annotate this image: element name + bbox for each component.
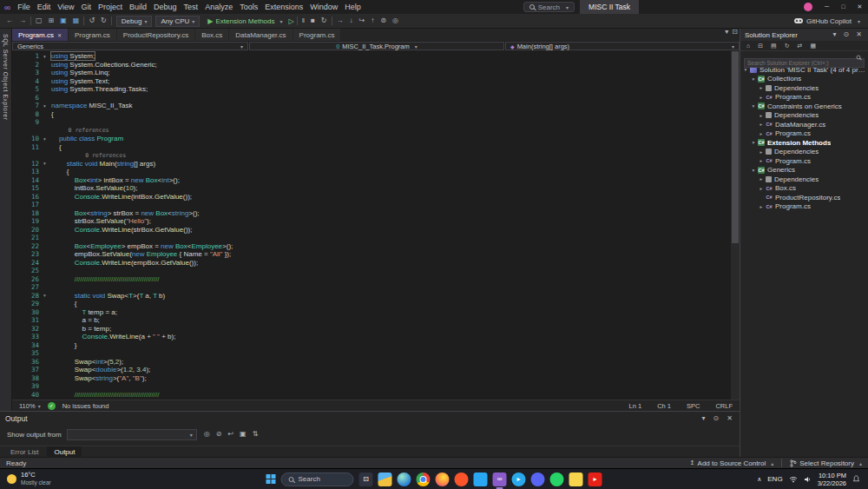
code-line[interactable]: 33 Console.WriteLine(a + " " + b);	[12, 333, 731, 341]
code-line[interactable]: 3using System.Linq;	[12, 69, 731, 77]
type-dropdown[interactable]: {}MISC_II_Task.Program▾	[249, 42, 504, 50]
sticky-notes-icon[interactable]	[569, 472, 583, 486]
vscode-icon[interactable]	[474, 472, 488, 486]
close-panel-icon[interactable]: ✕	[854, 31, 864, 38]
sql-server-object-explorer-tab[interactable]: SQL Server Object Explorer	[0, 29, 12, 411]
taskbar-search[interactable]: Search	[281, 472, 354, 486]
clear-all-icon[interactable]: ⊘	[214, 431, 224, 438]
code-line[interactable]: 35	[12, 349, 731, 358]
find-icon[interactable]: ◎	[202, 431, 212, 438]
file-explorer-icon[interactable]	[378, 472, 392, 486]
line-indicator[interactable]: Ln 1	[629, 402, 642, 410]
tree-item[interactable]: ▾C#Constraints on Generics	[740, 102, 868, 111]
code-line[interactable]: 12▾ static void Main(string[] args)	[12, 160, 731, 169]
show-all-files-icon[interactable]: ▤	[769, 43, 779, 49]
zoom-control[interactable]: 110%▾	[19, 402, 41, 410]
code-line[interactable]: 16 Console.WriteLine(intBox.GetValue());	[12, 193, 731, 202]
menu-debug[interactable]: Debug	[150, 0, 181, 14]
health-check-icon[interactable]: ✓	[48, 402, 56, 410]
code-line[interactable]: 32 b = temp;	[12, 325, 731, 334]
health-label[interactable]: No issues found	[62, 402, 109, 410]
tree-item[interactable]: ▸C#DataManager.cs	[740, 120, 868, 129]
eol-indicator[interactable]: CRLF	[715, 402, 733, 410]
properties-icon[interactable]: ▦	[808, 43, 818, 49]
code-line[interactable]: 13 {	[12, 168, 731, 176]
code-line[interactable]: 19 strBox.SetValue("Hello");	[12, 217, 731, 226]
fold-marker-icon[interactable]: ▾	[43, 161, 51, 166]
home-icon[interactable]: ⌂	[745, 43, 752, 49]
hot-reload-icon[interactable]: ⊚	[378, 17, 388, 24]
redo-icon[interactable]: ↻	[99, 17, 108, 24]
scrollbar-thumb[interactable]	[732, 51, 739, 243]
menu-project[interactable]: Project	[95, 0, 126, 14]
clock[interactable]: 10:10 PM 3/22/2026	[818, 472, 846, 487]
panel-tab-error-list[interactable]: Error List	[3, 446, 45, 458]
code-line[interactable]: 10▾ public class Program	[12, 135, 731, 143]
code-line[interactable]: 17	[12, 201, 731, 209]
code-line[interactable]: 22 Box<Employee> empBox = new Box<Employ…	[12, 242, 731, 251]
add-to-source-control-button[interactable]: ↥ Add to Source Control ▴	[690, 459, 774, 467]
menu-help[interactable]: Help	[341, 0, 365, 14]
pin-icon[interactable]: ⊙	[712, 415, 721, 422]
undo-icon[interactable]: ↺	[87, 17, 96, 24]
code-line[interactable]: 15 intBox.SetValue(10);	[12, 184, 731, 193]
minimize-button[interactable]: ─	[819, 0, 835, 14]
save-all-icon[interactable]: ▦	[71, 17, 82, 24]
account-avatar[interactable]	[804, 3, 812, 11]
navigate-back-icon[interactable]: ←	[4, 17, 15, 24]
tree-item[interactable]: ▸C#Program.cs	[740, 129, 868, 139]
restart-icon[interactable]: ↻	[319, 17, 329, 24]
maximize-button[interactable]: □	[835, 0, 852, 14]
find-in-files-icon[interactable]: ◎	[391, 17, 400, 24]
chevron-down-icon[interactable]: ▾	[750, 168, 757, 173]
toggle-autoscroll-icon[interactable]: ⇅	[251, 431, 260, 438]
step-over-icon[interactable]: ↪	[358, 17, 367, 24]
tree-item[interactable]: ▾C#Extension Methods	[740, 138, 868, 148]
chevron-right-icon[interactable]: ▸	[758, 85, 765, 90]
configuration-dropdown[interactable]: Debug▾	[116, 16, 153, 27]
chevron-right-icon[interactable]: ▸	[758, 113, 765, 118]
menu-file[interactable]: File	[14, 0, 34, 14]
select-repository-button[interactable]: Select Repository ▴	[790, 459, 862, 467]
start-without-debugging-icon[interactable]: ▷	[289, 17, 294, 25]
save-icon[interactable]: ▣	[58, 17, 69, 24]
project-dropdown[interactable]: Generics▾	[12, 42, 248, 50]
code-line[interactable]: 26 /////////////////////////////////////…	[12, 275, 731, 284]
pin-icon[interactable]: ⊙	[842, 31, 852, 38]
github-copilot-button[interactable]: GitHub Copilot▾	[794, 17, 864, 25]
tray-chevron-icon[interactable]: ∧	[757, 476, 761, 483]
code-line[interactable]: 40 /////////////////////////////////////…	[12, 391, 731, 400]
chrome-icon[interactable]	[417, 472, 431, 486]
code-line[interactable]: 24 Console.WriteLine(empBox.GetValue());	[12, 259, 731, 268]
tab-close-icon[interactable]: ✕	[57, 32, 62, 38]
code-line[interactable]: 18 Box<string> strBox = new Box<string>(…	[12, 209, 731, 218]
code-line[interactable]: 37 Swap<double>(1.2, 3.4);	[12, 366, 731, 374]
word-wrap-icon[interactable]: ↩	[226, 431, 235, 438]
indent-indicator[interactable]: SPC	[687, 402, 700, 410]
whatsapp-icon[interactable]	[550, 472, 564, 486]
chevron-right-icon[interactable]: ▸	[758, 131, 765, 136]
collapse-all-icon[interactable]: ⊟	[756, 43, 765, 49]
tree-item[interactable]: ▸Dependencies	[740, 83, 868, 93]
sync-with-active-document-icon[interactable]: ⇄	[796, 43, 805, 49]
menu-git[interactable]: Git	[78, 0, 95, 14]
member-dropdown[interactable]: ◆Main(string[] args)▾	[505, 42, 740, 50]
code-line[interactable]: 11 {	[12, 143, 731, 152]
column-indicator[interactable]: Ch 1	[657, 402, 671, 410]
telegram-icon[interactable]: ▸	[512, 472, 526, 486]
chevron-right-icon[interactable]: ▸	[758, 158, 765, 163]
brave-icon[interactable]	[455, 472, 469, 486]
navigate-forward-icon[interactable]: →	[17, 17, 28, 24]
code-line[interactable]: 6	[12, 94, 731, 102]
chevron-down-icon[interactable]: ▾	[750, 76, 757, 82]
tab-program.cs[interactable]: Program.cs	[293, 29, 341, 41]
code-line[interactable]: 5using System.Threading.Tasks;	[12, 85, 731, 94]
chevron-down-icon[interactable]: ▾	[750, 103, 757, 109]
chevron-right-icon[interactable]: ▸	[758, 186, 765, 191]
tree-item[interactable]: ▸Dependencies	[740, 148, 868, 157]
code-line[interactable]: 0 references	[12, 127, 731, 135]
volume-icon[interactable]	[804, 476, 812, 483]
tree-item[interactable]: ▸Dependencies	[740, 175, 868, 184]
fold-marker-icon[interactable]: ▾	[43, 103, 51, 109]
code-line[interactable]: 30 T temp = a;	[12, 308, 731, 317]
